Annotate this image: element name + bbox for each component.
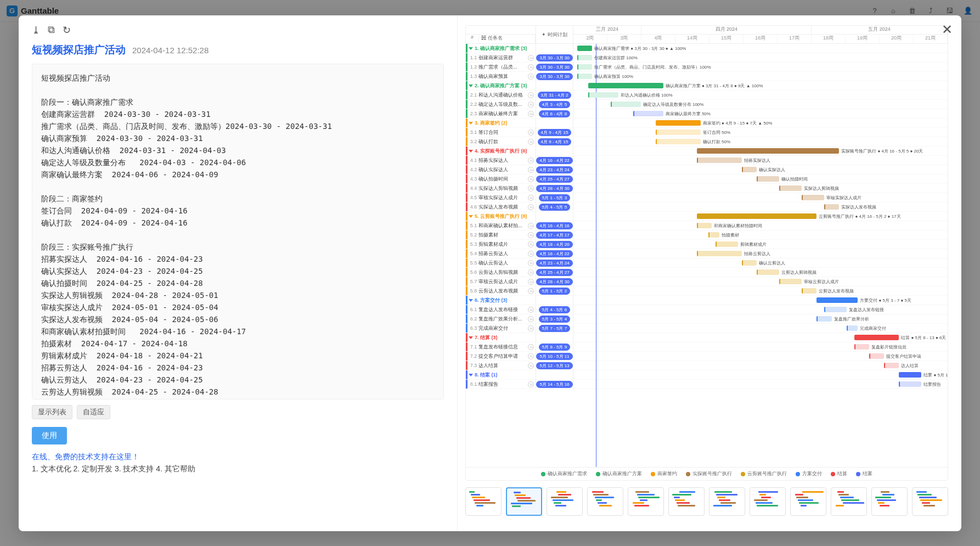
- copy-icon[interactable]: ⧉: [48, 24, 55, 36]
- gantt-bar[interactable]: 结案报告: [899, 381, 921, 387]
- comment-icon[interactable]: [528, 223, 534, 229]
- gantt-task-row[interactable]: 5.7审核云剪达人成片4月 28 - 4月 30审核云剪达人成片: [466, 277, 948, 286]
- show-list-button[interactable]: 显示列表: [32, 405, 72, 419]
- gantt-bar[interactable]: 剪辑素材成片: [716, 241, 738, 247]
- template-body-text[interactable]: 短视频探店推广活动 阶段一：确认商家推广需求 创建商家运营群 2024-03-3…: [32, 64, 444, 399]
- gantt-task-row[interactable]: 5.2拍摄素材4月 17 - 4月 17拍摄素材: [466, 230, 948, 240]
- gantt-bar[interactable]: 实探达人发布视频: [824, 204, 839, 210]
- template-thumb[interactable]: [750, 487, 786, 516]
- gantt-task-row[interactable]: 2.2确定达人等级及数...4月 3 - 4月 5确定达人等级及数量分布 100…: [466, 100, 948, 109]
- gantt-task-row[interactable]: 5.4招募云剪达人4月 16 - 4月 22招募云剪达人: [466, 249, 948, 258]
- template-thumb[interactable]: [628, 487, 664, 516]
- comment-icon[interactable]: [528, 139, 534, 145]
- comment-icon[interactable]: [528, 232, 534, 238]
- apply-button[interactable]: 使用: [32, 427, 67, 444]
- template-thumb[interactable]: [790, 487, 826, 516]
- gantt-bar[interactable]: 复盘影片链接信息: [854, 344, 869, 350]
- gantt-bar[interactable]: 结算 ● 5月 8 - 13 ● 6天: [854, 335, 899, 340]
- gantt-bar[interactable]: 招募云剪达人: [697, 251, 742, 256]
- gantt-bar[interactable]: 确认商家推广需求 ● 3月 30 - 3月 30 ● ▲ 100%: [577, 46, 592, 51]
- gantt-bar[interactable]: 签订合同 50%: [656, 130, 701, 135]
- comment-icon[interactable]: [528, 325, 534, 331]
- gantt-bar[interactable]: 确认拍摄时间: [757, 176, 779, 182]
- gantt-bar[interactable]: 推广需求（品类、商品、门店及时间、发布、激励等）100%: [577, 64, 592, 70]
- gantt-task-row[interactable]: 3.2确认打款4月 9 - 4月 15确认打款 50%: [466, 137, 948, 147]
- auto-fit-button[interactable]: 自适应: [77, 405, 110, 419]
- gantt-bar[interactable]: 完成商家交付: [847, 325, 858, 331]
- gantt-bar[interactable]: 云剪账号推广执行 ● 4月 16 - 5月 2 ● 17天: [697, 213, 816, 219]
- gantt-group-row[interactable]: 6. 方案交付 (3)方案交付 ● 5月 3 - 7 ● 5天: [466, 296, 948, 305]
- gantt-bar[interactable]: 云剪达人剪辑视频: [757, 269, 779, 275]
- comment-icon[interactable]: [528, 353, 534, 359]
- gantt-task-row[interactable]: 8.1结案报告5月 14 - 5月 16结案报告: [466, 380, 948, 389]
- gantt-bar[interactable]: 审核实探达人成片: [802, 195, 824, 200]
- template-thumb[interactable]: [465, 487, 502, 516]
- template-thumb[interactable]: [506, 487, 542, 516]
- template-thumb[interactable]: [587, 487, 623, 516]
- comment-icon[interactable]: [528, 74, 534, 80]
- comment-icon[interactable]: [528, 344, 534, 350]
- comment-icon[interactable]: [528, 363, 534, 369]
- template-thumb[interactable]: [871, 487, 908, 516]
- gantt-task-row[interactable]: 4.2确认实探达人4月 23 - 4月 24确认实探达人: [466, 165, 948, 175]
- gantt-task-row[interactable]: 6.2复盘推广效果分析...5月 3 - 5月 4复盘推广效果分析: [466, 314, 948, 324]
- gantt-task-row[interactable]: 4.1招募实探达人4月 16 - 4月 22招募实探达人: [466, 156, 948, 165]
- gantt-group-row[interactable]: 2. 确认商家推广方案 (3)确认商家推广方案 ● 3月 31 - 4月 8 ●…: [466, 81, 948, 91]
- comment-icon[interactable]: [528, 92, 534, 98]
- gantt-group-row[interactable]: 7. 结算 (3)结算 ● 5月 8 - 13 ● 6天: [466, 333, 948, 342]
- comment-icon[interactable]: [528, 241, 534, 247]
- comment-icon[interactable]: [528, 269, 534, 275]
- comment-icon[interactable]: [528, 251, 534, 257]
- gantt-task-row[interactable]: 4.3确认拍摄时间4月 25 - 4月 27确认拍摄时间: [466, 175, 948, 184]
- gantt-body[interactable]: 1. 确认商家推广需求 (3)确认商家推广需求 ● 3月 30 - 3月 30 …: [466, 44, 948, 467]
- comment-icon[interactable]: [528, 111, 534, 117]
- gantt-task-row[interactable]: 5.8云剪达人发布视频5月 1 - 5月 2云剪达人发布视频: [466, 286, 948, 296]
- comment-icon[interactable]: [528, 157, 534, 164]
- comment-icon[interactable]: [528, 102, 534, 108]
- gantt-task-row[interactable]: 4.5审核实探达人成片5月 1 - 5月 3审核实探达人成片: [466, 193, 948, 202]
- comment-icon[interactable]: [528, 316, 534, 322]
- template-thumb[interactable]: [709, 487, 745, 516]
- gantt-task-row[interactable]: 5.1和商家确认素材拍...4月 16 - 4月 16和商家确认素材拍摄时间: [466, 221, 948, 230]
- gantt-task-row[interactable]: 2.1和达人沟通确认价格3月 31 - 4月 2和达人沟通确认价格 100%: [466, 91, 948, 100]
- gantt-bar[interactable]: 拍摄素材: [708, 232, 719, 238]
- refresh-icon[interactable]: ↻: [63, 24, 71, 36]
- gantt-task-row[interactable]: 3.1签订合同4月 9 - 4月 15签订合同 50%: [466, 128, 948, 137]
- gantt-task-row[interactable]: 7.1复盘发布链接信息5月 8 - 5月 9复盘影片链接信息: [466, 342, 948, 352]
- gantt-bar[interactable]: 实探账号推广执行 ● 4月 16 - 5月 5 ● 20天: [697, 148, 839, 154]
- template-thumb[interactable]: [831, 487, 867, 516]
- gantt-bar[interactable]: 招募实探达人: [697, 157, 742, 163]
- gantt-task-row[interactable]: 1.1创建商家运营群3月 30 - 3月 30创建商家运营群 100%: [466, 53, 948, 63]
- comment-icon[interactable]: [528, 167, 534, 173]
- gantt-bar[interactable]: 复盘达人发布链接: [824, 307, 847, 312]
- template-thumb[interactable]: [912, 487, 948, 516]
- gantt-bar[interactable]: 创建商家运营群 100%: [577, 55, 592, 60]
- comment-icon[interactable]: [528, 307, 534, 313]
- comment-icon[interactable]: [528, 55, 534, 61]
- comment-icon[interactable]: [528, 204, 534, 210]
- download-icon[interactable]: ⤓: [32, 24, 40, 36]
- gantt-bar[interactable]: 方案交付 ● 5月 3 - 7 ● 5天: [816, 297, 858, 303]
- gantt-group-row[interactable]: 4. 实探账号推广执行 (6)实探账号推广执行 ● 4月 16 - 5月 5 ●…: [466, 147, 948, 156]
- comment-icon[interactable]: [528, 64, 534, 70]
- gantt-task-row[interactable]: 7.3达人结算5月 12 - 5月 13达人结算: [466, 361, 948, 370]
- gantt-group-row[interactable]: 1. 确认商家推广需求 (3)确认商家推广需求 ● 3月 30 - 3月 30 …: [466, 44, 948, 53]
- gantt-task-row[interactable]: 6.3完成商家交付5月 7 - 5月 7完成商家交付: [466, 324, 948, 333]
- gantt-bar[interactable]: 商家签约 ● 4月 9 - 15 ● 7天 ▲ 50%: [656, 120, 701, 126]
- gantt-bar[interactable]: 确认打款 50%: [656, 139, 701, 144]
- close-button[interactable]: ✕: [942, 22, 953, 37]
- gantt-task-row[interactable]: 5.5确认云剪达人4月 23 - 4月 24确认云剪达人: [466, 258, 948, 268]
- gantt-task-row[interactable]: 2.3商家确认最终方案4月 6 - 4月 8商家确认最终方案 50%: [466, 109, 948, 119]
- comment-icon[interactable]: [528, 288, 534, 294]
- gantt-bar[interactable]: 云剪达人发布视频: [802, 288, 816, 294]
- gantt-group-row[interactable]: 8. 结案 (1)结案 ● 5月 14 - 16 ● 3天: [466, 370, 948, 380]
- gantt-bar[interactable]: 达人结算: [884, 363, 899, 368]
- gantt-bar[interactable]: 和达人沟通确认价格 100%: [588, 92, 618, 98]
- gantt-task-row[interactable]: 5.3剪辑素材成片4月 18 - 4月 20剪辑素材成片: [466, 240, 948, 249]
- gantt-group-row[interactable]: 3. 商家签约 (2)商家签约 ● 4月 9 - 15 ● 7天 ▲ 50%: [466, 119, 948, 128]
- comment-icon[interactable]: [528, 185, 534, 192]
- gantt-task-row[interactable]: 1.3确认商家预算3月 30 - 3月 30确认商家预算 100%: [466, 72, 948, 81]
- gantt-bar[interactable]: 实探达人剪辑视频: [779, 185, 802, 191]
- template-thumb[interactable]: [668, 487, 705, 516]
- gantt-task-row[interactable]: 1.2推广需求（品类...3月 30 - 3月 30推广需求（品类、商品、门店及…: [466, 63, 948, 72]
